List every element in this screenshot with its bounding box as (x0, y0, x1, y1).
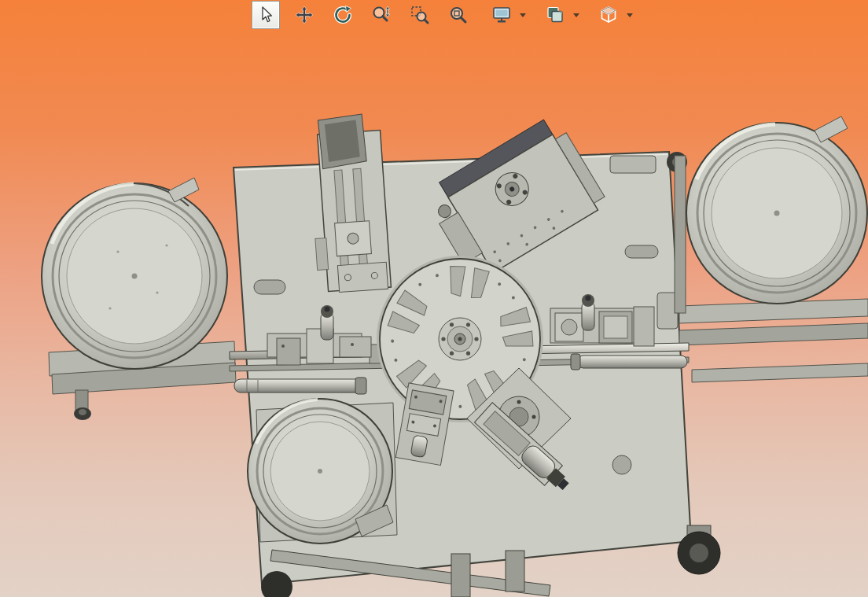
pan-icon (295, 6, 314, 24)
view-orientation-button[interactable] (594, 1, 623, 29)
view-orientation-dropdown-caret[interactable] (627, 13, 633, 17)
zoom-in-out-button[interactable] (367, 1, 395, 29)
cursor-icon (256, 6, 275, 24)
zoom-to-fit-button[interactable] (444, 1, 473, 29)
appearances-dropdown-caret[interactable] (573, 13, 579, 17)
appearance-icon (545, 5, 565, 25)
left-bowl-feeder[interactable] (42, 178, 236, 420)
display-style-button[interactable] (487, 1, 516, 29)
zoom-area-icon (410, 5, 430, 25)
rotate-view-button[interactable] (329, 1, 357, 29)
rotate-icon (333, 5, 353, 25)
appearances-button[interactable] (541, 1, 569, 29)
cad-viewport[interactable] (0, 0, 868, 597)
pan-button[interactable] (290, 1, 318, 29)
bottom-bowl-feeder[interactable] (248, 399, 397, 544)
display-style-group[interactable] (487, 1, 526, 29)
right-bowl-feeder[interactable] (675, 116, 868, 382)
select-button[interactable] (252, 1, 280, 29)
view-orientation-group[interactable] (594, 1, 633, 29)
zoom-inout-icon (371, 5, 392, 25)
zoom-to-area-button[interactable] (406, 1, 434, 29)
appearances-group[interactable] (541, 1, 579, 29)
view-cube-icon (598, 5, 619, 25)
view-toolbar (252, 0, 633, 30)
display-style-dropdown-caret[interactable] (520, 13, 526, 17)
machine-assembly-model (0, 0, 868, 597)
display-style-icon (491, 5, 512, 25)
zoom-fit-icon (448, 5, 469, 25)
